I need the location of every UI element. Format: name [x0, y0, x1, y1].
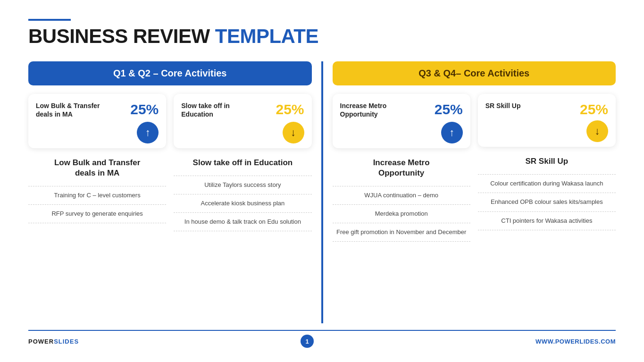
header-line [28, 19, 71, 21]
card-metro: Increase Metro Opportunity 25% [333, 94, 470, 148]
detail-items-slow-takeoff: Utilize Taylors success story Accelerate… [174, 176, 311, 232]
arrow-up-circle-blue-1 [137, 122, 159, 143]
page-container: BUSINESS REVIEW TEMPLATE Q1 & Q2 – Core … [0, 0, 644, 362]
right-panel-header: Q3 & Q4– Core Activities [333, 61, 616, 85]
card-slow-takeoff: Slow take off in Education 25% [174, 94, 311, 148]
detail-items-sr-skill: Colour certification during Wakasa launc… [478, 174, 616, 230]
card-metro-label: Increase Metro Opportunity [340, 101, 416, 118]
detail-item: Utilize Taylors success story [174, 176, 311, 194]
left-col-1: Low Bulk & Transfer deals in MA 25% Low … [28, 94, 166, 323]
card-low-bulk-percent: 25% [130, 101, 159, 118]
left-panel: Q1 & Q2 – Core Activities Low Bulk & Tra… [28, 61, 322, 323]
section-title-sr-skill: SR Skill Up [478, 156, 616, 167]
card-sr-skill: SR Skill Up 25% [478, 94, 616, 147]
arrow-up-icon-2 [449, 126, 454, 139]
arrow-up-icon-1 [145, 126, 151, 139]
card-low-bulk-label: Low Bulk & Transfer deals in MA [36, 101, 111, 118]
arrow-down-circle-yellow-2 [586, 120, 608, 142]
arrow-down-circle-yellow-1 [283, 122, 304, 143]
detail-item: Enhanced OPB colour sales kits/samples [478, 193, 616, 211]
footer-brand: POWERSLIDES [28, 338, 79, 345]
arrow-down-icon-1 [291, 126, 296, 139]
card-low-bulk: Low Bulk & Transfer deals in MA 25% [28, 94, 166, 148]
left-columns: Low Bulk & Transfer deals in MA 25% Low … [28, 94, 312, 323]
card-slow-takeoff-label: Slow take off in Education [181, 101, 257, 118]
brand-slides: SLIDES [54, 338, 79, 345]
page-title: BUSINESS REVIEW TEMPLATE [28, 25, 616, 47]
title-black: BUSINESS REVIEW [28, 25, 210, 47]
page-number: 1 [301, 335, 314, 348]
card-sr-skill-label: SR Skill Up [485, 101, 521, 110]
detail-item: Merdeka promotion [333, 205, 470, 223]
arrow-down-icon-2 [595, 125, 600, 137]
detail-item: Colour certification during Wakasa launc… [478, 174, 616, 193]
detail-item: WJUA continuation – demo [333, 186, 470, 205]
detail-item: CTI pointers for Wakasa activities [478, 212, 616, 230]
right-col-2: SR Skill Up 25% SR Skill Up Colour certi… [478, 94, 616, 323]
card-metro-percent: 25% [435, 101, 463, 118]
section-title-metro: Increase MetroOpportunity [333, 158, 470, 178]
detail-item: RFP survey to generate enquiries [28, 205, 166, 223]
footer-website: WWW.POWERLIDES.COM [535, 338, 616, 345]
card-slow-takeoff-percent: 25% [276, 101, 304, 118]
detail-item: Training for C – level customers [28, 186, 166, 205]
left-panel-header: Q1 & Q2 – Core Activities [28, 61, 312, 85]
detail-items-metro: WJUA continuation – demo Merdeka promoti… [333, 186, 470, 242]
arrow-up-circle-blue-2 [441, 122, 463, 143]
footer: POWERSLIDES 1 WWW.POWERLIDES.COM [28, 330, 616, 348]
left-col-2: Slow take off in Education 25% Slow take… [174, 94, 311, 323]
right-panel: Q3 & Q4– Core Activities Increase Metro … [323, 61, 616, 323]
detail-item: Free gift promotion in November and Dece… [333, 223, 470, 242]
card-sr-skill-percent: 25% [580, 101, 608, 118]
detail-items-low-bulk: Training for C – level customers RFP sur… [28, 186, 166, 223]
right-col-1: Increase Metro Opportunity 25% Increase … [333, 94, 470, 323]
section-title-slow-takeoff: Slow take off in Education [174, 158, 311, 168]
brand-power: POWER [28, 338, 54, 345]
detail-item: Accelerate kiosk business plan [174, 194, 311, 213]
detail-item: In house demo & talk track on Edu soluti… [174, 213, 311, 231]
section-title-low-bulk: Low Bulk and Transferdeals in MA [28, 158, 166, 178]
right-columns: Increase Metro Opportunity 25% Increase … [333, 94, 616, 323]
title-blue: TEMPLATE [215, 25, 318, 47]
header: BUSINESS REVIEW TEMPLATE [28, 19, 616, 47]
